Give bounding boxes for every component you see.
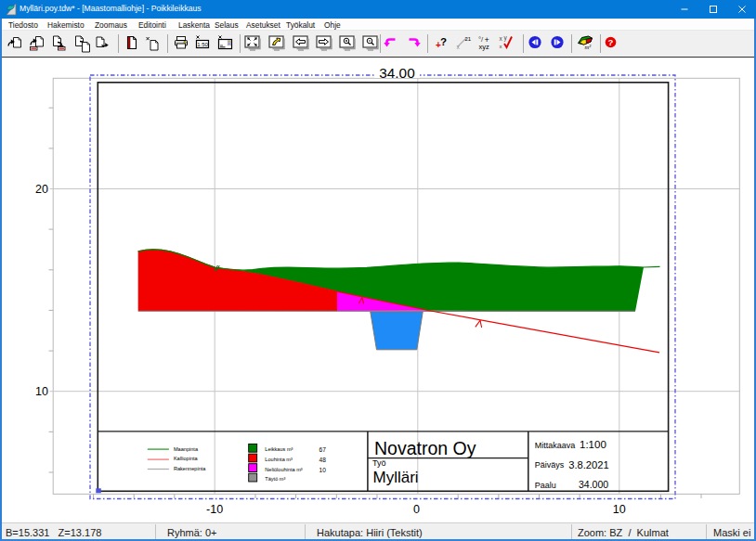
svg-text:10: 10 (35, 385, 48, 398)
svg-text:67: 67 (319, 446, 327, 453)
svg-text:x: x (500, 35, 503, 42)
svg-text:1:50: 1:50 (197, 42, 208, 47)
svg-text:3.8.2021: 3.8.2021 (568, 459, 609, 470)
svg-text:Työ: Työ (372, 458, 386, 468)
svg-text:Neliölouhinta m³: Neliölouhinta m³ (265, 467, 303, 472)
svg-text:x: x (500, 44, 502, 49)
svg-text:Leikkaus m³: Leikkaus m³ (265, 446, 293, 452)
svg-text:21: 21 (465, 36, 472, 42)
svg-text:48: 48 (319, 457, 327, 463)
svg-text:34.000: 34.000 (579, 479, 608, 490)
svg-text:10: 10 (613, 503, 626, 516)
svg-text:Kalliopinta: Kalliopinta (174, 456, 199, 461)
svg-text:10: 10 (319, 467, 327, 473)
svg-text:Paalu: Paalu (535, 481, 556, 490)
svg-text:-10: -10 (206, 503, 223, 516)
svg-text:y: y (504, 34, 508, 42)
svg-text:Täytö m³: Täytö m³ (265, 476, 285, 482)
svg-text:0: 0 (413, 503, 420, 516)
svg-text:?: ? (608, 37, 614, 47)
svg-text:m²: m² (584, 44, 592, 50)
svg-text:34.00: 34.00 (379, 65, 414, 81)
svg-text:Mylläri: Mylläri (373, 469, 419, 486)
svg-text:Mittakaava: Mittakaava (535, 441, 576, 450)
svg-text:xyz: xyz (479, 43, 490, 51)
svg-text:Rakennepinta: Rakennepinta (174, 466, 206, 471)
svg-text:Louhinta m³: Louhinta m³ (265, 457, 293, 462)
svg-text:1:100: 1:100 (580, 439, 606, 450)
svg-text:20: 20 (35, 183, 48, 196)
svg-text:Novatron Oy: Novatron Oy (374, 438, 476, 458)
svg-text:Maanpinta: Maanpinta (174, 446, 199, 452)
svg-text:?: ? (439, 36, 446, 47)
svg-text:Päiväys: Päiväys (535, 460, 565, 470)
